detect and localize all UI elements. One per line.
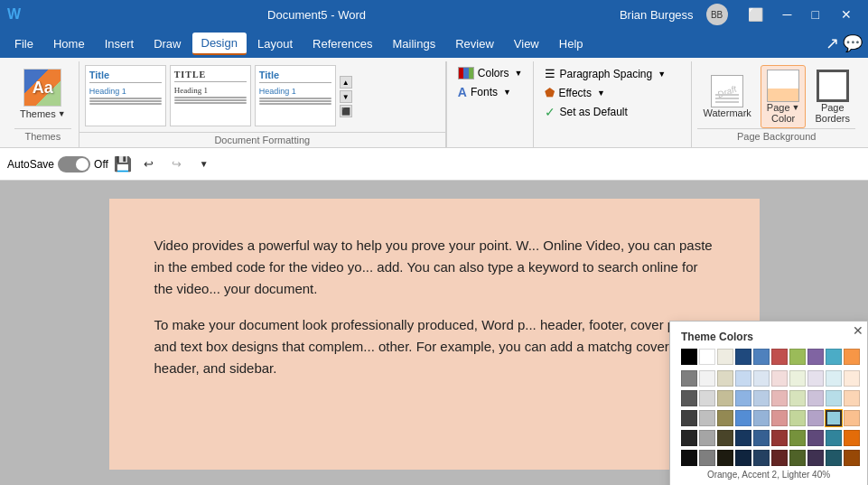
tint-color-cell[interactable] [844,410,860,426]
close-button[interactable]: ✕ [832,5,861,23]
tint-color-cell[interactable] [826,390,842,406]
menu-item-view[interactable]: View [505,33,548,54]
tint-color-cell[interactable] [753,430,770,446]
tint-color-cell[interactable] [807,410,824,426]
theme-color-cell[interactable] [735,349,751,365]
tint-color-cell[interactable] [826,370,842,387]
format-thumb-1[interactable]: Title Heading 1 [85,65,166,126]
effects-button[interactable]: ⬟ Effects ▼ [541,84,684,101]
tint-color-cell[interactable] [717,410,733,426]
tint-color-cell[interactable] [753,390,770,406]
menu-item-mailings[interactable]: Mailings [384,33,445,54]
tint-color-cell[interactable] [681,410,697,426]
theme-color-cell[interactable] [753,349,770,365]
tint-color-cell[interactable] [699,390,715,406]
tint-color-cell[interactable] [753,450,770,466]
fonts-button[interactable]: A Fonts ▼ [454,83,527,101]
tint-color-cell[interactable] [789,410,806,426]
paragraph-spacing-button[interactable]: ☰ Paragraph Spacing ▼ [541,65,684,82]
menu-item-references[interactable]: References [303,33,381,54]
themes-button[interactable]: Aa Themes ▼ [14,65,71,123]
page-borders-button[interactable]: Page Borders [809,66,855,127]
redo-button[interactable]: ↪ [165,154,188,174]
tint-color-cell[interactable] [826,410,842,426]
save-icon[interactable]: 💾 [114,155,132,173]
tint-color-cell[interactable] [735,390,751,406]
tint-color-cell[interactable] [753,410,770,426]
theme-color-cell[interactable] [771,349,788,365]
undo-button[interactable]: ↩ [137,154,160,174]
page-color-button[interactable]: Page ▼ Color [761,65,807,128]
tint-color-cell[interactable] [735,410,751,426]
menu-item-file[interactable]: File [5,33,42,54]
tint-color-cell[interactable] [735,430,751,446]
menu-item-design[interactable]: Design [192,33,247,55]
comment-icon[interactable]: 💬 [843,33,863,53]
tint-color-cell[interactable] [699,370,715,387]
tint-color-cell[interactable] [735,450,751,466]
tint-color-cell[interactable] [681,370,697,387]
menu-item-review[interactable]: Review [446,33,503,54]
tint-color-cell[interactable] [681,450,697,466]
tint-color-cell[interactable] [826,450,842,466]
tint-color-cell[interactable] [807,450,824,466]
theme-color-cell[interactable] [699,349,715,365]
tint-color-cell[interactable] [717,370,733,387]
tint-color-cell[interactable] [681,430,697,446]
customize-qat-button[interactable]: ▼ [193,155,215,173]
watermark-button[interactable]: Draft Watermark [697,71,756,122]
tint-color-cell[interactable] [789,390,806,406]
menu-item-layout[interactable]: Layout [248,33,302,54]
menu-item-help[interactable]: Help [550,33,593,54]
tint-color-cell[interactable] [717,430,733,446]
tint-color-cell[interactable] [753,370,770,387]
theme-color-cell[interactable] [844,349,860,365]
tint-color-cell[interactable] [771,390,788,406]
tint-color-cell[interactable] [807,370,824,387]
tint-color-cell[interactable] [807,430,824,446]
theme-color-cell[interactable] [826,349,842,365]
tint-color-cell[interactable] [789,370,806,387]
tint-color-cell[interactable] [771,450,788,466]
menu-item-insert[interactable]: Insert [96,33,144,54]
tint-color-cell[interactable] [826,430,842,446]
tint-color-cell[interactable] [717,450,733,466]
tint-color-cell[interactable] [771,410,788,426]
theme-color-cell[interactable] [789,349,806,365]
menu-item-home[interactable]: Home [44,33,94,54]
tint-color-cell[interactable] [844,370,860,387]
tint-color-cell[interactable] [681,390,697,406]
tint-color-cell[interactable] [699,450,715,466]
theme-color-cell[interactable] [807,349,824,365]
autosave-toggle[interactable] [58,156,90,173]
dropdown-close-icon[interactable]: ✕ [853,323,863,338]
menu-item-draw[interactable]: Draw [145,33,190,54]
tint-color-cell[interactable] [844,430,860,446]
tint-color-cell[interactable] [771,430,788,446]
format-thumb-3[interactable]: Title Heading 1 [255,65,336,126]
tint-color-cell[interactable] [789,430,806,446]
set-as-default-button[interactable]: ✓ Set as Default [541,103,684,121]
tint-color-cell[interactable] [844,390,860,406]
tint-color-cell[interactable] [844,450,860,466]
tint-color-cell[interactable] [717,390,733,406]
fonts-label: Fonts [471,86,498,98]
theme-color-cell[interactable] [717,349,733,365]
share-icon[interactable]: ↗ [826,33,839,53]
theme-color-cell[interactable] [681,349,697,365]
tint-color-cell[interactable] [807,390,824,406]
ribbon-display-icon[interactable]: ⬜ [741,5,770,23]
tint-color-cell[interactable] [699,410,715,426]
colors-button[interactable]: Colors ▼ [454,65,527,81]
scroll-up-arrow[interactable]: ▲ [340,76,352,89]
format-thumb-2[interactable]: TITLE Heading 1 [170,65,251,126]
restore-button[interactable]: □ [805,5,826,23]
minimize-button[interactable]: ─ [776,5,799,23]
user-area: Brian Burgess BB [612,4,728,25]
tint-color-cell[interactable] [789,450,806,466]
tint-color-cell[interactable] [771,370,788,387]
scroll-expand-arrow[interactable]: ⬛ [340,105,352,117]
tint-color-cell[interactable] [735,370,751,387]
tint-color-cell[interactable] [699,430,715,446]
scroll-down-arrow[interactable]: ▼ [340,90,352,103]
